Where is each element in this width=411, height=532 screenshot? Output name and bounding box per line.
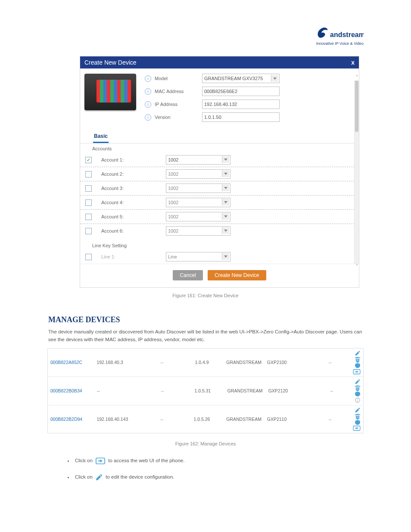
line1-label: Line 1: bbox=[101, 254, 166, 259]
chevron-down-icon bbox=[222, 213, 229, 220]
info-icon[interactable] bbox=[355, 397, 361, 403]
edit-icon bbox=[95, 473, 103, 481]
edit-icon[interactable] bbox=[355, 407, 361, 413]
ip-label: IP Address bbox=[155, 102, 202, 107]
account-select[interactable]: 1002 bbox=[166, 184, 230, 193]
chevron-down-icon[interactable]: ˅ bbox=[355, 264, 359, 270]
brand-logo: andstream Innovative IP Voice & Video bbox=[316, 26, 364, 46]
trash-icon[interactable] bbox=[355, 413, 361, 419]
power-icon[interactable] bbox=[355, 362, 361, 368]
power-icon[interactable] bbox=[355, 391, 361, 397]
chevron-down-icon bbox=[222, 156, 229, 163]
cell-config: -- bbox=[309, 417, 351, 422]
cell-ver: 1.0.5.31 bbox=[184, 388, 221, 393]
account-select[interactable]: 1002 bbox=[166, 226, 230, 236]
cell-ops bbox=[351, 407, 361, 432]
mac-label: MAC Address bbox=[155, 89, 202, 94]
dialog-titlebar: Create New Device x bbox=[80, 56, 359, 68]
account-select[interactable]: 1002 bbox=[166, 212, 230, 221]
account-row: Account 6:1002 bbox=[80, 224, 355, 238]
account-checkbox[interactable] bbox=[85, 228, 92, 234]
ip-input[interactable]: 192.168.40.132 bbox=[202, 100, 280, 109]
chevron-down-icon bbox=[222, 253, 229, 260]
edit-icon[interactable] bbox=[355, 350, 361, 356]
account-checkbox[interactable]: ✓ bbox=[85, 157, 92, 163]
brand-subtitle: Innovative IP Voice & Video bbox=[316, 41, 364, 46]
cell-ops bbox=[353, 379, 361, 403]
info-icon: i bbox=[145, 75, 151, 82]
list-item: Click on to edit the device configuratio… bbox=[73, 473, 355, 482]
chevron-down-icon bbox=[222, 199, 229, 205]
account-label: Account 6: bbox=[101, 228, 166, 233]
cell-model: GXP2100 bbox=[267, 360, 309, 365]
account-label: Account 2: bbox=[101, 171, 166, 177]
cell-mac[interactable]: 000B822B2D94 bbox=[50, 417, 97, 422]
cell-config: -- bbox=[311, 388, 353, 393]
cell-model: GXP2110 bbox=[267, 417, 309, 422]
dialog-title: Create New Device bbox=[84, 59, 137, 66]
table-caption: Figure 162: Manage Devices bbox=[0, 441, 411, 446]
account-checkbox[interactable] bbox=[85, 199, 92, 206]
cell-ip: 192.168.40.3 bbox=[97, 360, 141, 365]
svg-text:andstream: andstream bbox=[330, 31, 364, 38]
mac-input[interactable]: 000B825E66E2 bbox=[202, 87, 280, 96]
cell-mac[interactable]: 000B822B0B34 bbox=[50, 388, 97, 393]
table-row: 000B822B0B34----1.0.5.31GRANDSTREAMGXP21… bbox=[48, 377, 363, 405]
trash-icon[interactable] bbox=[355, 385, 361, 391]
power-icon[interactable] bbox=[355, 419, 361, 425]
cell-ops bbox=[351, 350, 361, 375]
model-select[interactable]: GRANDSTREAM GXV3275 bbox=[202, 74, 280, 83]
manage-devices-paragraph: The device manually created or discovere… bbox=[48, 328, 363, 344]
manage-devices-heading: MANAGE DEVICES bbox=[48, 315, 411, 324]
linekey-header: Line Key Setting bbox=[80, 240, 355, 250]
account-label: Account 1: bbox=[101, 157, 166, 162]
account-label: Account 4: bbox=[101, 200, 166, 205]
web-icon bbox=[95, 457, 106, 465]
account-checkbox[interactable] bbox=[85, 171, 92, 177]
account-label: Account 3: bbox=[101, 186, 166, 191]
tab-basic[interactable]: Basic bbox=[93, 131, 109, 143]
cell-mac[interactable]: 000B822A852C bbox=[50, 360, 97, 365]
chevron-down-icon bbox=[222, 184, 229, 191]
line1-checkbox[interactable] bbox=[85, 254, 92, 260]
cell-model: GXP2120 bbox=[268, 388, 311, 393]
dialog-footer: Cancel Create New Device bbox=[80, 264, 359, 287]
info-icon: i bbox=[145, 114, 151, 121]
model-label: Model bbox=[155, 76, 202, 81]
create-device-dialog: Create New Device x i Model GRANDSTREAM … bbox=[80, 56, 359, 288]
close-icon[interactable]: x bbox=[351, 59, 355, 66]
cell-ver: 1.0.5.26 bbox=[183, 417, 221, 422]
cell-vendor: GRANDSTREAM bbox=[221, 417, 267, 422]
account-select[interactable]: 1002 bbox=[166, 155, 230, 165]
cell-ext: -- bbox=[141, 388, 184, 393]
account-checkbox[interactable] bbox=[85, 185, 92, 192]
account-row: Account 3:1002 bbox=[80, 181, 355, 196]
chevron-up-icon[interactable]: ˄ bbox=[355, 75, 359, 81]
dialog-scrollbar[interactable]: ˄ ˅ bbox=[354, 81, 359, 264]
web-icon[interactable] bbox=[353, 425, 361, 431]
version-input[interactable]: 1.0.1.50 bbox=[202, 112, 280, 122]
web-icon[interactable] bbox=[353, 369, 361, 375]
info-icon: i bbox=[145, 88, 151, 95]
table-row: 000B822B2D94192.168.40.143--1.0.5.26GRAN… bbox=[48, 405, 363, 433]
account-checkbox[interactable] bbox=[85, 214, 92, 220]
cell-vendor: GRANDSTREAM bbox=[222, 388, 268, 393]
cell-ip: -- bbox=[97, 388, 141, 393]
chevron-down-icon bbox=[222, 227, 229, 234]
account-label: Account 5: bbox=[101, 214, 166, 219]
cell-ip: 192.168.40.143 bbox=[97, 417, 141, 422]
cancel-button[interactable]: Cancel bbox=[173, 270, 202, 280]
cell-config: -- bbox=[309, 360, 351, 365]
cell-vendor: GRANDSTREAM bbox=[221, 360, 267, 365]
line1-select[interactable]: Line bbox=[166, 252, 230, 261]
trash-icon[interactable] bbox=[355, 356, 361, 362]
version-label: Version bbox=[155, 115, 202, 120]
create-device-button[interactable]: Create New Device bbox=[208, 270, 266, 280]
account-select[interactable]: 1002 bbox=[166, 169, 230, 179]
edit-icon[interactable] bbox=[355, 379, 361, 385]
figure-caption: Figure 161: Create New Device bbox=[0, 293, 411, 298]
cell-ver: 1.0.4.9 bbox=[183, 360, 221, 365]
cell-ext: -- bbox=[141, 417, 183, 422]
account-select[interactable]: 1002 bbox=[166, 198, 230, 207]
devices-table: 000B822A852C192.168.40.3--1.0.4.9GRANDST… bbox=[47, 348, 364, 434]
